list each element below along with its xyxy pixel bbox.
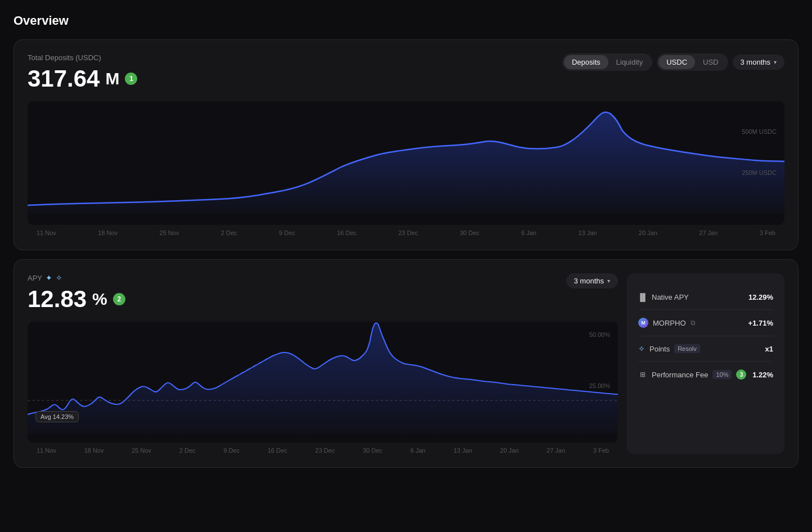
x-label-9: 13 Jan <box>578 229 597 236</box>
time-range-label: 3 months <box>741 58 770 66</box>
deposits-controls: Deposits Liquidity USDC USD 3 months ▾ <box>562 53 784 71</box>
points-label: Points <box>649 345 670 353</box>
native-apy-left: ▐▌ Native APY <box>638 292 689 301</box>
performance-fee-label: Performance Fee <box>652 371 708 379</box>
x-label-8: 6 Jan <box>521 229 536 236</box>
x-label-3: 2 Dec <box>221 229 237 236</box>
x-label-1: 18 Nov <box>98 229 118 236</box>
deposits-label: Total Deposits (USDC) <box>28 53 137 62</box>
performance-fee-left: ⊞ Performance Fee 10% 3 <box>638 369 746 380</box>
morpho-icon: M <box>638 318 648 328</box>
performance-fee-badge: 3 <box>736 369 746 380</box>
x-label-2: 25 Nov <box>160 229 179 236</box>
x-label-4: 9 Dec <box>279 229 295 236</box>
deposits-badge: 1 <box>125 73 137 85</box>
x-label-6: 23 Dec <box>398 229 418 236</box>
page-title: Overview <box>13 13 799 28</box>
apy-chart-svg <box>28 322 618 434</box>
apy-label-row: APY ✦ ✧ <box>28 273 125 282</box>
apy-x-8: 6 Jan <box>410 447 426 454</box>
performance-fee-value: 1.22% <box>752 371 773 379</box>
deposits-chart: 500M USDC 250M USDC <box>28 101 784 225</box>
morpho-row: M MORPHO ⧉ +1.71% <box>638 310 773 336</box>
deposits-card-header: Total Deposits (USDC) 317.64 M 1 Deposit… <box>28 53 784 92</box>
apy-header-left: APY ✦ ✧ 12.83 % 2 <box>28 273 125 313</box>
copy-icon[interactable]: ⧉ <box>691 319 696 327</box>
deposits-x-axis: 11 Nov 18 Nov 25 Nov 2 Dec 9 Dec 16 Dec … <box>28 225 784 236</box>
deposits-tab-group: Deposits Liquidity <box>562 53 652 71</box>
apy-x-0: 11 Nov <box>37 447 56 454</box>
x-label-12: 3 Feb <box>760 229 775 236</box>
points-value: x1 <box>765 345 773 353</box>
apy-x-11: 27 Jan <box>547 447 565 454</box>
apy-y-label-50: 50.00% <box>589 331 610 338</box>
apy-y-label-25: 25.00% <box>589 382 610 389</box>
native-apy-row: ▐▌ Native APY 12.29% <box>638 285 773 310</box>
pill-usdc[interactable]: USDC <box>658 55 695 69</box>
apy-unit: % <box>92 290 107 309</box>
sparkle-icon-1: ✦ <box>46 273 52 282</box>
x-label-0: 11 Nov <box>37 229 56 236</box>
x-label-10: 20 Jan <box>639 229 657 236</box>
points-row: ✧ Points Resolv x1 <box>638 336 773 362</box>
apy-chevron-down-icon: ▾ <box>607 278 610 284</box>
tab-deposits[interactable]: Deposits <box>564 55 608 69</box>
performance-fee-icon: ⊞ <box>638 370 647 379</box>
tab-liquidity[interactable]: Liquidity <box>608 55 651 69</box>
currency-pill-group: USDC USD <box>657 53 728 71</box>
apy-x-9: 13 Jan <box>453 447 472 454</box>
time-range-dropdown[interactable]: 3 months ▾ <box>733 55 784 70</box>
apy-x-10: 20 Jan <box>500 447 518 454</box>
resolv-badge: Resolv <box>674 344 700 353</box>
deposits-unit: M <box>105 69 119 88</box>
x-label-11: 27 Jan <box>699 229 718 236</box>
apy-time-range-dropdown[interactable]: 3 months ▾ <box>566 273 618 288</box>
apy-x-6: 23 Dec <box>315 447 335 454</box>
chart-area-fill <box>28 112 784 214</box>
deposits-number: 317.64 <box>28 65 100 92</box>
fee-pct-badge: 10% <box>712 370 732 379</box>
apy-x-3: 2 Dec <box>179 447 196 454</box>
apy-x-axis: 11 Nov 18 Nov 25 Nov 2 Dec 9 Dec 16 Dec … <box>28 443 618 454</box>
apy-card: APY ✦ ✧ 12.83 % 2 3 months ▾ <box>13 259 799 468</box>
morpho-label: MORPHO <box>653 319 686 327</box>
y-label-500m: 500M USDC <box>742 128 777 135</box>
pill-usd[interactable]: USD <box>695 55 726 69</box>
native-apy-label: Native APY <box>652 293 689 301</box>
deposits-value: 317.64 M 1 <box>28 65 137 92</box>
performance-fee-row: ⊞ Performance Fee 10% 3 1.22% <box>638 362 773 387</box>
sparkle-icon-2: ✧ <box>56 273 62 282</box>
deposits-card: Total Deposits (USDC) 317.64 M 1 Deposit… <box>13 39 799 250</box>
apy-x-7: 30 Dec <box>363 447 382 454</box>
apy-x-12: 3 Feb <box>593 447 609 454</box>
apy-x-2: 25 Nov <box>132 447 151 454</box>
native-apy-value: 12.29% <box>748 293 773 301</box>
points-left: ✧ Points Resolv <box>638 344 700 353</box>
deposits-chart-svg <box>28 101 784 214</box>
apy-area-fill <box>28 323 618 434</box>
morpho-left: M MORPHO ⧉ <box>638 318 696 328</box>
apy-left: APY ✦ ✧ 12.83 % 2 3 months ▾ <box>28 273 618 454</box>
x-label-5: 16 Dec <box>337 229 357 236</box>
points-icon: ✧ <box>638 344 645 353</box>
morpho-value: +1.71% <box>748 319 773 327</box>
x-label-7: 30 Dec <box>460 229 480 236</box>
apy-bottom-layout: APY ✦ ✧ 12.83 % 2 3 months ▾ <box>28 273 784 454</box>
chevron-down-icon: ▾ <box>774 59 777 65</box>
apy-time-range-label: 3 months <box>574 277 604 285</box>
apy-right-panel: ▐▌ Native APY 12.29% M MORPHO ⧉ +1.71% ✧… <box>627 273 784 454</box>
avg-label: Avg 14.23% <box>35 411 79 422</box>
apy-x-1: 18 Nov <box>84 447 104 454</box>
apy-badge: 2 <box>113 293 125 305</box>
apy-card-header: APY ✦ ✧ 12.83 % 2 3 months ▾ <box>28 273 618 313</box>
apy-x-4: 9 Dec <box>223 447 240 454</box>
bar-chart-icon: ▐▌ <box>638 292 647 301</box>
deposits-card-left: Total Deposits (USDC) 317.64 M 1 <box>28 53 137 92</box>
apy-chart: 50.00% 25.00% Avg 14.23% <box>28 322 618 443</box>
y-label-250m: 250M USDC <box>742 169 777 176</box>
apy-number: 12.83 <box>28 286 87 313</box>
apy-text-label: APY <box>28 274 42 282</box>
apy-x-5: 16 Dec <box>268 447 287 454</box>
apy-value: 12.83 % 2 <box>28 286 125 313</box>
